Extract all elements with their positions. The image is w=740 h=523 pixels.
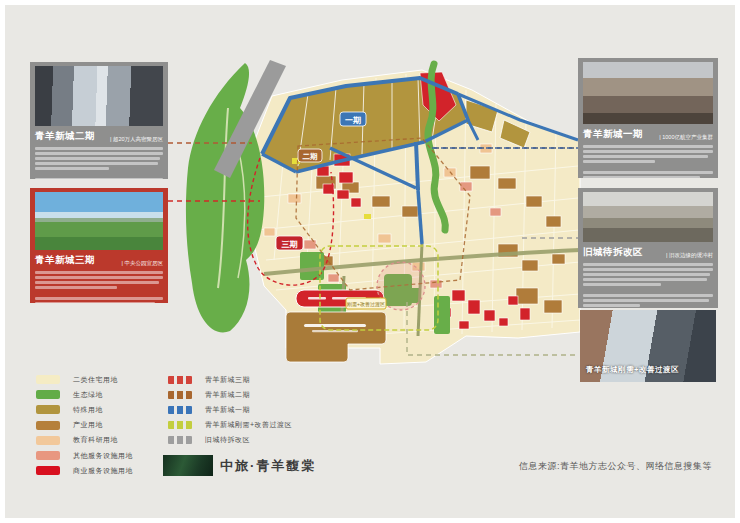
phase1-photo [583, 62, 713, 124]
source-note: 信息来源:青羊地方志公众号、网络信息搜集等 [519, 460, 712, 473]
legend-dashed-swatch [168, 436, 192, 444]
legend-item: 特殊用地 [36, 402, 133, 417]
card-phase3-title: 青羊新城三期 [35, 254, 95, 267]
card-phase2-body-text [35, 147, 163, 179]
legend-item-label: 旧城待拆改区 [205, 435, 250, 445]
legend-item: 产业用地 [36, 418, 133, 433]
phase2-photo [35, 66, 163, 126]
card-phase2-tag: | 超20万人高密聚居区 [110, 136, 163, 143]
card-phase3-tag: | 中央公园宜居区 [122, 260, 163, 267]
card-old-town-body-text [583, 263, 713, 307]
badge-transition: 刚需+改善过渡区 [346, 298, 386, 309]
old-town-photo [583, 192, 713, 242]
legend-item-label: 其他服务设施用地 [73, 451, 133, 461]
badge-phase1-label: 一期 [345, 116, 361, 125]
legend-item: 青羊新城三期 [168, 372, 292, 387]
card-transition-title: 青羊新城刚需+改善过渡区 [586, 365, 679, 375]
brand-name: 中旅·青羊馥棠 [220, 457, 316, 475]
brand-lockup: 中旅·青羊馥棠 [163, 455, 316, 476]
card-old-town-tag: | 旧改边缘的缓冲村 [666, 252, 713, 259]
legend-item-label: 生态绿地 [73, 390, 103, 400]
card-phase1-title: 青羊新城一期 [583, 128, 643, 141]
legend-item-label: 二类住宅用地 [73, 375, 118, 385]
card-phase2: 青羊新城二期 | 超20万人高密聚居区 [30, 62, 168, 179]
legend-color-swatch [36, 421, 60, 430]
legend-item: 青羊新城二期 [168, 387, 292, 402]
legend-land-use: 二类住宅用地生态绿地特殊用地产业用地教育科研用地其他服务设施用地商业服务设施用地 [36, 372, 133, 478]
legend-dashed-swatch [168, 421, 192, 429]
legend-item: 教育科研用地 [36, 433, 133, 448]
card-phase3: 青羊新城三期 | 中央公园宜居区 [30, 188, 168, 303]
card-old-town: 旧城待拆改区 | 旧改边缘的缓冲村 [578, 188, 718, 308]
card-phase1-body-text [583, 145, 713, 178]
industry-center-landmark [286, 312, 386, 362]
legend-dashed-swatch [168, 391, 192, 399]
legend-item: 其他服务设施用地 [36, 448, 133, 463]
legend-boundaries: 青羊新城三期青羊新城二期青羊新城一期青羊新城刚需+改善过渡区旧城待拆改区 [168, 372, 292, 448]
legend-item-label: 教育科研用地 [73, 435, 118, 445]
legend-color-swatch [36, 451, 60, 460]
legend-item: 旧城待拆改区 [168, 433, 292, 448]
card-phase1: 青羊新城一期 | 1000亿航空产业集群 [578, 58, 718, 178]
badge-phase2: 二期 [298, 149, 322, 162]
legend-item: 青羊新城一期 [168, 402, 292, 417]
legend-item-label: 特殊用地 [73, 405, 103, 415]
legend-item-label: 青羊新城三期 [205, 375, 250, 385]
card-old-town-title: 旧城待拆改区 [583, 246, 643, 259]
badge-phase1: 一期 [340, 112, 366, 126]
legend-item-label: 商业服务设施用地 [73, 466, 133, 476]
legend-color-swatch [36, 390, 60, 399]
legend-color-swatch [36, 375, 60, 384]
legend-item-label: 青羊新城一期 [205, 405, 250, 415]
badge-transition-label: 刚需+改善过渡区 [347, 301, 385, 308]
legend-item-label: 青羊新城二期 [205, 390, 250, 400]
card-transition: 青羊新城刚需+改善过渡区 [580, 310, 716, 382]
legend-item-label: 产业用地 [73, 420, 103, 430]
phase3-photo [35, 192, 163, 250]
legend-color-swatch [36, 466, 60, 475]
legend-dashed-swatch [168, 376, 192, 384]
badge-phase2-label: 二期 [303, 152, 319, 161]
poster-canvas: 一期 二期 三期 刚需+改善过渡区 青羊新城二期 | 超20万人高密聚居区 [0, 0, 740, 523]
card-phase1-tag: | 1000亿航空产业集群 [659, 134, 713, 141]
brand-thumbnail [163, 455, 213, 476]
badge-phase3-label: 三期 [282, 240, 298, 249]
legend-color-swatch [36, 436, 60, 445]
badge-phase3: 三期 [276, 236, 303, 250]
land-use-map: 一期 二期 三期 刚需+改善过渡区 [168, 48, 588, 393]
legend-item: 二类住宅用地 [36, 372, 133, 387]
legend-item: 商业服务设施用地 [36, 463, 133, 478]
legend-dashed-swatch [168, 406, 192, 414]
legend-item: 青羊新城刚需+改善过渡区 [168, 418, 292, 433]
legend-item-label: 青羊新城刚需+改善过渡区 [205, 420, 292, 430]
card-phase3-body-text [35, 271, 163, 303]
legend-item: 生态绿地 [36, 387, 133, 402]
card-phase2-title: 青羊新城二期 [35, 130, 95, 143]
legend-color-swatch [36, 405, 60, 414]
